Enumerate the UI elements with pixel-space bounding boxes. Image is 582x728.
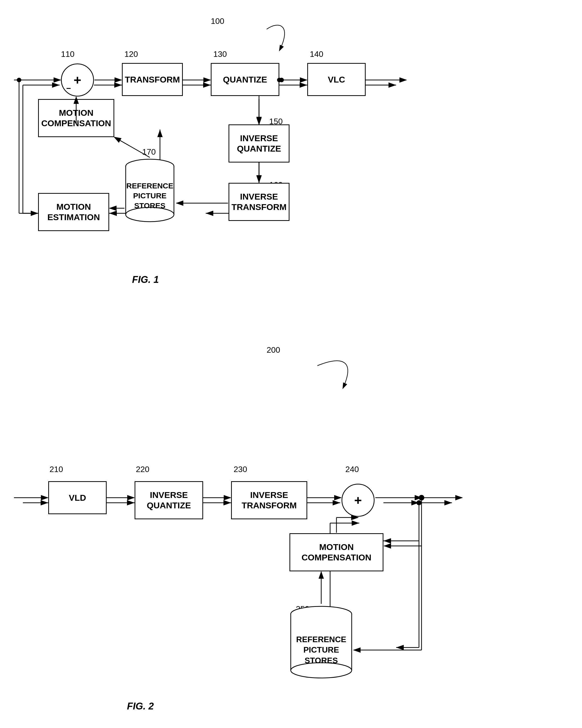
label-120: 120 — [125, 50, 138, 59]
quantize-dot — [279, 78, 284, 82]
svg-point-42 — [17, 78, 21, 82]
reference-stores-cylinder-2: REFERENCE PICTURE STORES — [289, 604, 353, 680]
inverse-quantize-box-2: INVERSE QUANTIZE — [135, 481, 203, 519]
fig2-title: FIG. 2 — [127, 701, 154, 712]
motion-compensation-box-1: MOTION COMPENSATION — [38, 99, 114, 137]
adder-circle-2: + — [342, 484, 374, 517]
label-140: 140 — [310, 50, 323, 59]
ref-stores-text-1: REFERENCE PICTURE STORES — [126, 182, 173, 210]
inverse-quantize-box-1: INVERSE QUANTIZE — [229, 124, 289, 162]
svg-point-20 — [417, 500, 422, 505]
diagram-container: 100 110 120 130 140 150 160 170 180 190 … — [0, 0, 582, 728]
inverse-transform-box-1: INVERSE TRANSFORM — [229, 183, 289, 221]
transform-box: TRANSFORM — [122, 63, 183, 96]
label-170: 170 — [142, 147, 156, 157]
label-200: 200 — [267, 345, 280, 355]
quantize-box: QUANTIZE — [211, 63, 279, 96]
motion-compensation-box-2: MOTION COMPENSATION — [289, 533, 383, 571]
label-130: 130 — [213, 50, 227, 59]
label-210: 210 — [50, 465, 63, 474]
reference-stores-cylinder-1: REFERENCE PICTURE STORES — [125, 157, 175, 224]
svg-point-60 — [419, 495, 424, 500]
label-240: 240 — [345, 465, 359, 474]
vlc-box: VLC — [307, 63, 366, 96]
fig1-title: FIG. 1 — [132, 274, 159, 285]
motion-estimation-box: MOTION ESTIMATION — [38, 193, 109, 231]
adder-circle: + − — [61, 63, 94, 97]
inverse-transform-box-2: INVERSE TRANSFORM — [231, 481, 307, 519]
ref-stores-text-2: REFERENCE PICTURE STORES — [296, 635, 346, 665]
label-220: 220 — [136, 465, 149, 474]
label-100: 100 — [211, 17, 224, 26]
label-230: 230 — [234, 465, 247, 474]
label-110: 110 — [61, 50, 74, 59]
vld-box: VLD — [48, 481, 107, 514]
